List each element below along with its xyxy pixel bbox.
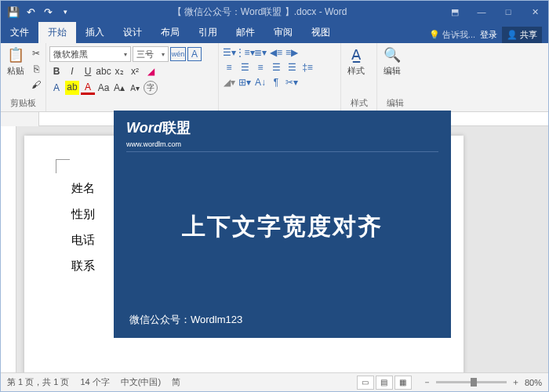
styles-button[interactable]: A̲样式 xyxy=(344,45,368,78)
numbering-icon[interactable]: ⋮≡▾ xyxy=(238,46,252,59)
ribbon-options-icon[interactable]: ⬒ xyxy=(442,1,468,23)
font-name-select[interactable]: 微软雅黑▾ xyxy=(49,46,131,62)
promo-overlay: Word联盟 www.wordlm.com 上下文字宽度对齐 微信公众号：Wor… xyxy=(114,111,451,338)
group-clipboard: 剪贴板 xyxy=(4,96,42,110)
show-marks-icon[interactable]: ¶ xyxy=(269,76,283,89)
tab-home[interactable]: 开始 xyxy=(38,22,76,43)
clipboard-icon: 📋 xyxy=(7,46,24,64)
group-styles: 样式 xyxy=(344,96,373,110)
highlight-icon[interactable]: ab xyxy=(65,81,79,95)
strike-icon[interactable]: abc xyxy=(96,64,111,78)
zoom-slider[interactable] xyxy=(436,381,507,383)
align-center-icon[interactable]: ☰ xyxy=(238,61,252,74)
bullets-icon[interactable]: ☰▾ xyxy=(222,46,236,59)
maximize-icon[interactable]: □ xyxy=(495,1,522,23)
subscript-icon[interactable]: x₂ xyxy=(112,64,126,78)
font-size-select[interactable]: 三号▾ xyxy=(133,46,169,62)
bulb-icon: 💡 xyxy=(429,30,440,40)
enclose-icon[interactable]: 字 xyxy=(144,81,158,95)
overlay-url: www.wordlm.com xyxy=(126,140,438,152)
editing-button[interactable]: 🔍编辑 xyxy=(380,45,404,78)
line-spacing-icon[interactable]: ‡≡ xyxy=(300,61,314,74)
shrink-font-icon[interactable]: A▾ xyxy=(128,81,142,95)
tab-insert[interactable]: 插入 xyxy=(76,22,114,43)
align-left-icon[interactable]: ≡ xyxy=(222,61,236,74)
increase-indent-icon[interactable]: ≡▶ xyxy=(285,46,299,59)
text-effects-icon[interactable]: A xyxy=(49,81,64,95)
status-page[interactable]: 第 1 页，共 1 页 xyxy=(7,376,69,388)
tab-file[interactable]: 文件 xyxy=(1,22,38,43)
tab-view[interactable]: 视图 xyxy=(302,22,340,43)
tab-references[interactable]: 引用 xyxy=(189,22,227,43)
format-painter-icon[interactable]: 🖌 xyxy=(29,78,43,92)
close-icon[interactable]: ✕ xyxy=(522,1,548,23)
view-web-icon[interactable]: ▦ xyxy=(394,376,412,390)
styles-icon: A̲ xyxy=(351,46,361,64)
overlay-headline: 上下文字宽度对齐 xyxy=(114,152,451,302)
tab-mailings[interactable]: 邮件 xyxy=(227,22,264,43)
group-editing: 编辑 xyxy=(380,96,410,110)
font-color-icon[interactable]: A xyxy=(81,81,95,95)
distributed-icon[interactable]: ☰ xyxy=(285,61,299,74)
copy-icon[interactable]: ⎘ xyxy=(29,62,43,76)
overlay-footer: 微信公众号：Wordlm123 xyxy=(114,302,451,338)
redo-icon[interactable]: ↷ xyxy=(40,4,56,20)
superscript-icon[interactable]: x² xyxy=(128,64,142,78)
tab-design[interactable]: 设计 xyxy=(114,22,151,43)
char-shading-icon[interactable]: Aa xyxy=(96,81,111,95)
ruler-vertical[interactable] xyxy=(1,126,16,377)
bold-icon[interactable]: B xyxy=(49,64,64,78)
status-lang[interactable]: 中文(中国) xyxy=(121,376,161,388)
share-button[interactable]: 👤共享 xyxy=(502,27,542,43)
overlay-logo: Word联盟 xyxy=(114,111,451,140)
qat-customize-icon[interactable]: ▾ xyxy=(57,4,73,20)
borders-icon[interactable]: ⊞▾ xyxy=(238,76,252,89)
zoom-in-button[interactable]: ＋ xyxy=(511,376,520,388)
save-icon[interactable]: 💾 xyxy=(5,4,21,20)
cut-icon[interactable]: ✂ xyxy=(29,46,43,60)
tab-layout[interactable]: 布局 xyxy=(151,22,189,43)
paste-button[interactable]: 📋 粘贴 xyxy=(4,45,27,78)
status-ime[interactable]: 简 xyxy=(172,376,180,388)
person-icon: 👤 xyxy=(507,30,518,40)
view-read-icon[interactable]: ▭ xyxy=(357,376,374,390)
zoom-out-button[interactable]: － xyxy=(423,376,431,388)
zoom-value[interactable]: 80% xyxy=(525,378,542,387)
window-title: 【 微信公众号：Word联盟 】.docx - Word xyxy=(78,5,442,19)
justify-icon[interactable]: ☰ xyxy=(269,61,283,74)
underline-icon[interactable]: U xyxy=(81,64,95,78)
sort-icon[interactable]: A↓ xyxy=(253,76,267,89)
view-print-icon[interactable]: ▤ xyxy=(376,376,393,390)
align-right-icon[interactable]: ≡ xyxy=(253,61,267,74)
undo-icon[interactable]: ↶ xyxy=(23,4,38,20)
shading-icon[interactable]: ◢▾ xyxy=(222,76,236,89)
tab-review[interactable]: 审阅 xyxy=(264,22,302,43)
decrease-indent-icon[interactable]: ◀≡ xyxy=(269,46,283,59)
clear-format-icon[interactable]: ◢ xyxy=(144,64,158,78)
tell-me[interactable]: 💡告诉我... xyxy=(429,29,475,41)
login-link[interactable]: 登录 xyxy=(480,29,497,41)
italic-icon[interactable]: I xyxy=(65,64,79,78)
minimize-icon[interactable]: ― xyxy=(468,1,495,23)
phonetic-guide-icon[interactable]: wén xyxy=(170,47,186,61)
multilevel-icon[interactable]: ≣▾ xyxy=(253,46,267,59)
grow-font-icon[interactable]: A▴ xyxy=(112,81,126,95)
asian-layout-icon[interactable]: ✂▾ xyxy=(285,76,299,89)
char-border-icon[interactable]: A xyxy=(187,47,202,61)
status-words[interactable]: 14 个字 xyxy=(80,376,109,388)
find-icon: 🔍 xyxy=(384,46,401,64)
